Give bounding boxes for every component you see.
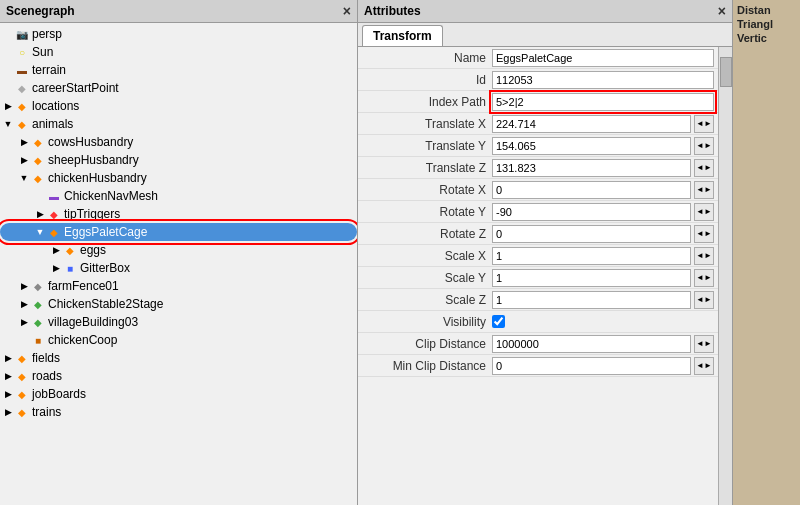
attr-arrow-btn-5[interactable]: ◄► [694, 159, 714, 177]
tree-icon-terrain: ▬ [14, 62, 30, 78]
attr-arrow-btn-14[interactable]: ◄► [694, 357, 714, 375]
tree-item-chickenHusbandry[interactable]: ▼◆chickenHusbandry [0, 169, 357, 187]
tree-icon-point: ◆ [14, 80, 30, 96]
tree-item-animals[interactable]: ▼◆animals [0, 115, 357, 133]
tree-expander[interactable]: ▶ [50, 262, 62, 274]
attr-arrow-btn-8[interactable]: ◄► [694, 225, 714, 243]
attr-arrow-btn-7[interactable]: ◄► [694, 203, 714, 221]
tree-expander[interactable]: ▶ [34, 208, 46, 220]
tree-expander[interactable]: ▶ [18, 298, 30, 310]
tree-expander [34, 190, 46, 202]
tree-label-locations: locations [32, 99, 79, 113]
attributes-header: Attributes × [358, 0, 732, 23]
attr-row-7: Rotate Y◄► [358, 201, 718, 223]
tree-item-roads[interactable]: ▶◆roads [0, 367, 357, 385]
tree-item-fields[interactable]: ▶◆fields [0, 349, 357, 367]
attr-arrow-btn-3[interactable]: ◄► [694, 115, 714, 133]
attr-row-4: Translate Y◄► [358, 135, 718, 157]
tree-expander [18, 334, 30, 346]
attr-label-14: Min Clip Distance [362, 359, 492, 373]
tree-item-sheepHusbandry[interactable]: ▶◆sheepHusbandry [0, 151, 357, 169]
attr-input-14[interactable] [492, 357, 691, 375]
tree-item-locations[interactable]: ▶◆locations [0, 97, 357, 115]
tree-item-persp[interactable]: 📷persp [0, 25, 357, 43]
tree-item-cowsHusbandry[interactable]: ▶◆cowsHusbandry [0, 133, 357, 151]
tree-item-chickenCoop[interactable]: ■chickenCoop [0, 331, 357, 349]
attr-label-3: Translate X [362, 117, 492, 131]
attr-input-1[interactable] [492, 71, 714, 89]
tree-label-GitterBox: GitterBox [80, 261, 130, 275]
tree-label-persp: persp [32, 27, 62, 41]
tree-item-ChickenNavMesh[interactable]: ▬ChickenNavMesh [0, 187, 357, 205]
tree-item-EggsPaletCage[interactable]: ▼◆EggsPaletCage [0, 223, 357, 241]
tree-icon-group: ◆ [30, 170, 46, 186]
tree-label-villageBuilding03: villageBuilding03 [48, 315, 138, 329]
tree-item-farmFence01[interactable]: ▶◆farmFence01 [0, 277, 357, 295]
tree-expander[interactable]: ▶ [2, 388, 14, 400]
scrollbar[interactable] [718, 47, 732, 505]
attr-input-2[interactable] [492, 93, 714, 111]
tab-transform[interactable]: Transform [362, 25, 443, 46]
tree-label-terrain: terrain [32, 63, 66, 77]
tree-label-farmFence01: farmFence01 [48, 279, 119, 293]
tree-expander[interactable]: ▶ [2, 406, 14, 418]
tree-icon-trigger: ◆ [46, 206, 62, 222]
tree-expander[interactable]: ▶ [18, 316, 30, 328]
tree-expander[interactable]: ▶ [50, 244, 62, 256]
attr-arrow-btn-10[interactable]: ◄► [694, 269, 714, 287]
tree-item-sun[interactable]: ○Sun [0, 43, 357, 61]
tree-item-trains[interactable]: ▶◆trains [0, 403, 357, 421]
tree-item-terrain[interactable]: ▬terrain [0, 61, 357, 79]
attr-input-10[interactable] [492, 269, 691, 287]
attr-input-5[interactable] [492, 159, 691, 177]
attr-input-3[interactable] [492, 115, 691, 133]
scenegraph-close[interactable]: × [343, 3, 351, 19]
tree-label-cowsHusbandry: cowsHusbandry [48, 135, 133, 149]
tree-item-tipTriggers[interactable]: ▶◆tipTriggers [0, 205, 357, 223]
attr-input-13[interactable] [492, 335, 691, 353]
attr-input-8[interactable] [492, 225, 691, 243]
attr-row-3: Translate X◄► [358, 113, 718, 135]
attributes-close[interactable]: × [718, 3, 726, 19]
tree-item-eggs[interactable]: ▶◆eggs [0, 241, 357, 259]
tree-expander[interactable]: ▶ [2, 100, 14, 112]
attr-label-13: Clip Distance [362, 337, 492, 351]
tree-expander[interactable]: ▶ [2, 370, 14, 382]
attr-checkbox-12[interactable] [492, 315, 505, 328]
tree-item-villageBuilding03[interactable]: ▶◆villageBuilding03 [0, 313, 357, 331]
tree-expander [2, 46, 14, 58]
tree-expander[interactable]: ▶ [18, 280, 30, 292]
scrollbar-thumb[interactable] [720, 57, 732, 87]
attr-input-4[interactable] [492, 137, 691, 155]
side-info-panel: Distan Triangl Vertic [733, 0, 800, 505]
attr-value-wrap-1 [492, 71, 714, 89]
tree-expander[interactable]: ▶ [18, 136, 30, 148]
attr-value-wrap-4: ◄► [492, 137, 714, 155]
tree-expander[interactable]: ▶ [18, 154, 30, 166]
attr-arrow-btn-11[interactable]: ◄► [694, 291, 714, 309]
tree-item-careerStartPoint[interactable]: ◆careerStartPoint [0, 79, 357, 97]
attr-arrow-btn-13[interactable]: ◄► [694, 335, 714, 353]
attr-arrow-btn-6[interactable]: ◄► [694, 181, 714, 199]
tree-expander[interactable]: ▶ [2, 352, 14, 364]
attr-value-wrap-14: ◄► [492, 357, 714, 375]
tree-item-jobBoards[interactable]: ▶◆jobBoards [0, 385, 357, 403]
attr-input-9[interactable] [492, 247, 691, 265]
attr-input-0[interactable] [492, 49, 714, 67]
attr-input-6[interactable] [492, 181, 691, 199]
tree-expander[interactable]: ▼ [18, 172, 30, 184]
attr-label-2: Index Path [362, 95, 492, 109]
attr-input-11[interactable] [492, 291, 691, 309]
attr-arrow-btn-4[interactable]: ◄► [694, 137, 714, 155]
tree-item-ChickenStable2Stage[interactable]: ▶◆ChickenStable2Stage [0, 295, 357, 313]
tree-icon-group: ◆ [14, 98, 30, 114]
attr-input-7[interactable] [492, 203, 691, 221]
attr-row-5: Translate Z◄► [358, 157, 718, 179]
side-info-line3: Vertic [737, 32, 796, 44]
tree-item-GitterBox[interactable]: ▶■GitterBox [0, 259, 357, 277]
attr-value-wrap-3: ◄► [492, 115, 714, 133]
tree-icon-group: ◆ [30, 134, 46, 150]
tree-expander[interactable]: ▼ [34, 226, 46, 238]
tree-expander[interactable]: ▼ [2, 118, 14, 130]
attr-arrow-btn-9[interactable]: ◄► [694, 247, 714, 265]
